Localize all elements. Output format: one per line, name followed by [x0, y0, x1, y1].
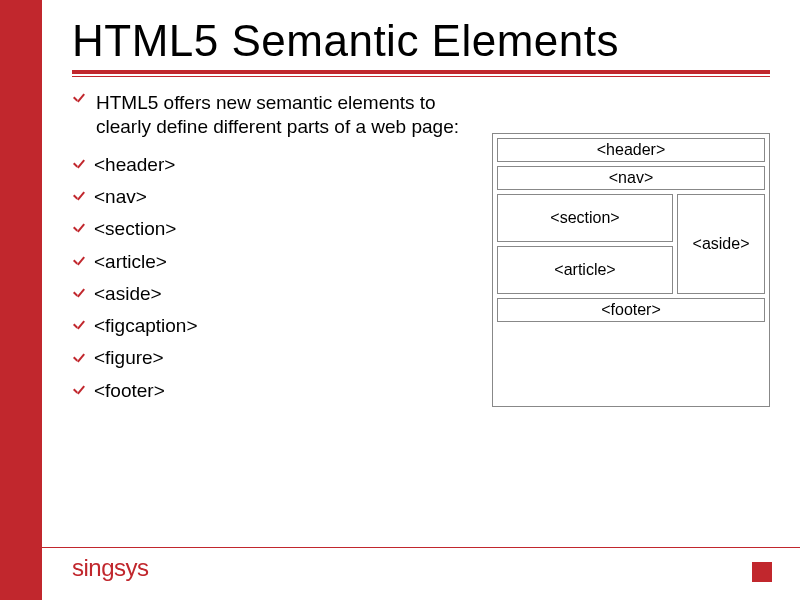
red-sidebar: [0, 0, 42, 600]
list-item: <aside>: [72, 278, 472, 310]
check-icon: [72, 286, 88, 302]
content-area: HTML5 offers new semantic elements to cl…: [72, 91, 770, 407]
check-icon: [72, 91, 88, 107]
list-item: <nav>: [72, 181, 472, 213]
diagram-footer: <footer>: [497, 298, 765, 322]
list-item: <figcaption>: [72, 310, 472, 342]
diagram-main-col: <section> <article>: [497, 194, 673, 294]
title-thin-line: [72, 76, 770, 77]
title-underline: [72, 70, 770, 74]
brand-logo: singsys: [72, 554, 149, 582]
footer-square-icon: [752, 562, 772, 582]
layout-diagram: <header> <nav> <section> <article> <asid…: [492, 133, 770, 407]
item-label: <figure>: [94, 342, 164, 374]
diagram-aside-col: <aside>: [677, 194, 765, 294]
check-icon: [72, 351, 88, 367]
item-label: <article>: [94, 246, 167, 278]
check-icon: [72, 157, 88, 173]
slide-title: HTML5 Semantic Elements: [72, 18, 770, 64]
list-item: <section>: [72, 213, 472, 245]
intro-row: HTML5 offers new semantic elements to cl…: [72, 91, 472, 139]
check-icon: [72, 254, 88, 270]
footer-line: [42, 547, 800, 548]
intro-text: HTML5 offers new semantic elements to cl…: [96, 91, 472, 139]
item-label: <nav>: [94, 181, 147, 213]
list-item: <figure>: [72, 342, 472, 374]
item-label: <aside>: [94, 278, 162, 310]
check-icon: [72, 318, 88, 334]
diagram-nav: <nav>: [497, 166, 765, 190]
list-item: <article>: [72, 246, 472, 278]
diagram-middle-row: <section> <article> <aside>: [497, 194, 765, 294]
diagram-section: <section>: [497, 194, 673, 242]
item-label: <header>: [94, 149, 175, 181]
check-icon: [72, 383, 88, 399]
item-label: <section>: [94, 213, 176, 245]
diagram-header: <header>: [497, 138, 765, 162]
list-item: <header>: [72, 149, 472, 181]
diagram-aside: <aside>: [677, 194, 765, 294]
item-label: <footer>: [94, 375, 165, 407]
diagram-article: <article>: [497, 246, 673, 294]
item-label: <figcaption>: [94, 310, 198, 342]
check-icon: [72, 221, 88, 237]
slide-content: HTML5 Semantic Elements HTML5 offers new…: [42, 0, 800, 600]
check-icon: [72, 189, 88, 205]
left-column: HTML5 offers new semantic elements to cl…: [72, 91, 472, 407]
list-item: <footer>: [72, 375, 472, 407]
